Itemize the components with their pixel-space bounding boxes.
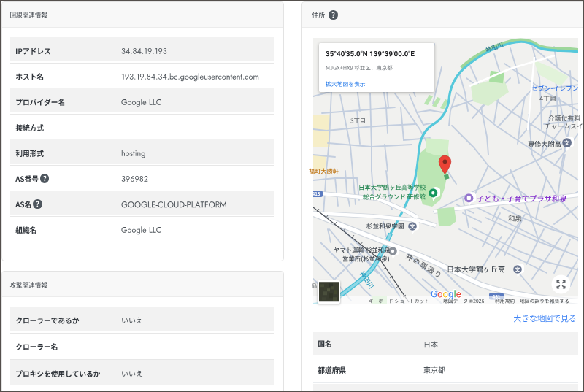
svg-text:413: 413 (313, 191, 320, 196)
